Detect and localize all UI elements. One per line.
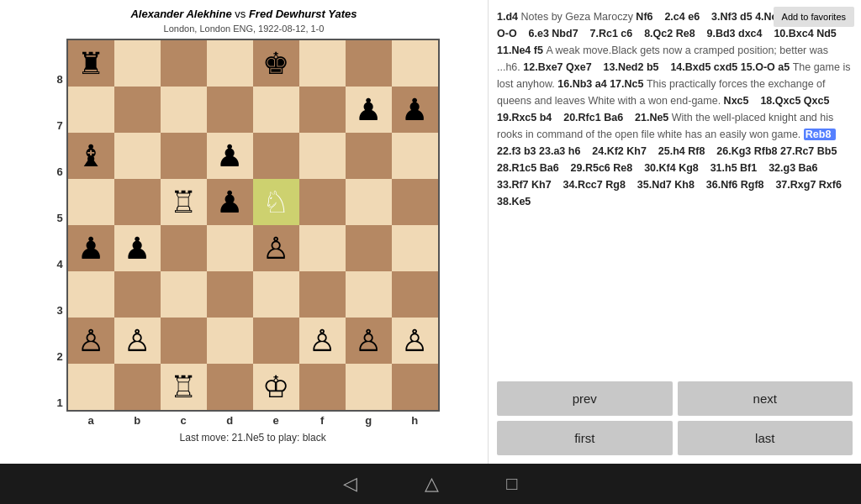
cell-f2[interactable]: ♙ (299, 318, 346, 364)
rank-1: 1 (56, 380, 62, 426)
cell-g7[interactable]: ♟ (346, 87, 392, 133)
cell-a4[interactable]: ♟ (68, 225, 114, 271)
cell-g2[interactable]: ♙ (346, 318, 392, 364)
cell-c6[interactable] (161, 133, 207, 179)
file-g: g (346, 414, 392, 427)
cell-g5[interactable] (346, 179, 392, 225)
player2-name: Fred Dewhurst Yates (249, 8, 357, 20)
cell-g6[interactable] (346, 133, 392, 179)
cell-a7[interactable] (68, 87, 114, 133)
cell-f6[interactable] (299, 133, 346, 179)
cell-e3[interactable] (253, 271, 299, 318)
cell-b3[interactable] (114, 271, 161, 318)
move-35b: Kh8 (674, 179, 697, 191)
cell-b6[interactable] (114, 133, 161, 179)
cell-g3[interactable] (346, 271, 392, 318)
cell-a2[interactable]: ♙ (68, 318, 114, 364)
home-icon[interactable]: △ (425, 473, 439, 495)
cell-a1[interactable] (68, 364, 114, 410)
cell-d5[interactable]: ♟ (207, 179, 253, 225)
cell-g1[interactable] (346, 364, 392, 410)
move-34b: Rg8 (605, 179, 628, 191)
cell-c2[interactable] (161, 318, 207, 364)
cell-h2[interactable]: ♙ (392, 318, 438, 364)
file-c: c (161, 414, 207, 427)
cell-e4[interactable]: ♙ (253, 225, 299, 271)
cell-a8[interactable]: ♜ (68, 40, 114, 87)
piece-b4: ♟ (124, 234, 151, 264)
cell-d6[interactable]: ♟ (207, 133, 253, 179)
cell-d2[interactable] (207, 318, 253, 364)
cell-b5[interactable] (114, 179, 161, 225)
cell-d8[interactable] (207, 40, 253, 87)
cell-b2[interactable]: ♙ (114, 318, 161, 364)
cell-d3[interactable] (207, 271, 253, 318)
cell-f4[interactable] (299, 225, 346, 271)
cell-h4[interactable] (392, 225, 438, 271)
cell-g4[interactable] (346, 225, 392, 271)
add-favorites-button[interactable]: Add to favorites (774, 7, 854, 27)
cell-e5[interactable]: ♘ (253, 179, 299, 225)
move-5b: O-O (497, 28, 520, 39)
move-23: 23.a3 (539, 145, 568, 157)
prev-button[interactable]: prev (497, 381, 673, 416)
cell-f7[interactable] (299, 87, 346, 133)
next-button[interactable]: next (678, 381, 853, 416)
cell-c4[interactable] (161, 225, 207, 271)
back-icon[interactable]: ◁ (343, 473, 357, 495)
piece-a4: ♟ (77, 234, 104, 264)
move-32b: Ba6 (799, 162, 821, 174)
cell-h3[interactable] (392, 271, 438, 318)
cell-b4[interactable]: ♟ (114, 225, 161, 271)
cell-h7[interactable]: ♟ (392, 87, 438, 133)
cell-c7[interactable] (161, 87, 207, 133)
move-17b: Nxc5 (724, 95, 752, 107)
cell-h1[interactable] (392, 364, 438, 410)
cell-h8[interactable] (392, 40, 438, 87)
cell-b8[interactable] (114, 40, 161, 87)
annotation-1: Notes by Geza Maroczy (521, 11, 637, 23)
cell-f1[interactable] (299, 364, 346, 410)
board-container: 8 7 6 5 4 3 2 1 ♜ ♚ (56, 39, 439, 444)
cell-c8[interactable] (161, 40, 207, 87)
cell-d4[interactable] (207, 225, 253, 271)
game-title: Alexander Alekhine vs Fred Dewhurst Yate… (130, 7, 357, 22)
cell-b7[interactable] (114, 87, 161, 133)
move-15: 15.O-O (741, 61, 778, 73)
cell-h6[interactable] (392, 133, 438, 179)
move-33b: Kh7 (531, 179, 554, 191)
piece-a2: ♙ (77, 326, 104, 356)
cell-c3[interactable] (161, 271, 207, 318)
cell-e6[interactable] (253, 133, 299, 179)
move-38: 38.Ke5 (497, 196, 531, 207)
cell-c5[interactable]: ♖ (161, 179, 207, 225)
cell-h5[interactable] (392, 179, 438, 225)
cell-f3[interactable] (299, 271, 346, 318)
piece-c5: ♖ (170, 187, 197, 218)
cell-g8[interactable] (346, 40, 392, 87)
cell-d7[interactable] (207, 87, 253, 133)
piece-g2: ♙ (355, 326, 382, 356)
cell-f5[interactable] (299, 179, 346, 225)
cell-e1[interactable]: ♔ (253, 364, 299, 410)
cell-c1[interactable]: ♖ (161, 364, 207, 410)
move-12b: Qxe7 (566, 61, 594, 73)
first-button[interactable]: first (497, 421, 673, 455)
cell-a6[interactable]: ♝ (68, 133, 114, 179)
cell-a3[interactable] (68, 271, 114, 318)
move-16: 16.Nb3 (557, 78, 594, 90)
cell-e2[interactable] (253, 318, 299, 364)
cell-e7[interactable] (253, 87, 299, 133)
cell-e8[interactable]: ♚ (253, 40, 299, 87)
move-30: 30.Kf4 (644, 162, 679, 174)
left-panel: Alexander Alekhine vs Fred Dewhurst Yate… (0, 0, 488, 464)
chess-board[interactable]: ♜ ♚ ♟ ♟ (66, 39, 440, 412)
recent-icon[interactable]: □ (506, 473, 517, 495)
move-7: 7.Rc1 (589, 28, 621, 39)
player1-name: Alexander Alekhine (130, 8, 231, 20)
cell-a5[interactable] (68, 179, 114, 225)
cell-d1[interactable] (207, 364, 253, 410)
cell-b1[interactable] (114, 364, 161, 410)
cell-f8[interactable] (299, 40, 346, 87)
last-button[interactable]: last (678, 421, 853, 455)
